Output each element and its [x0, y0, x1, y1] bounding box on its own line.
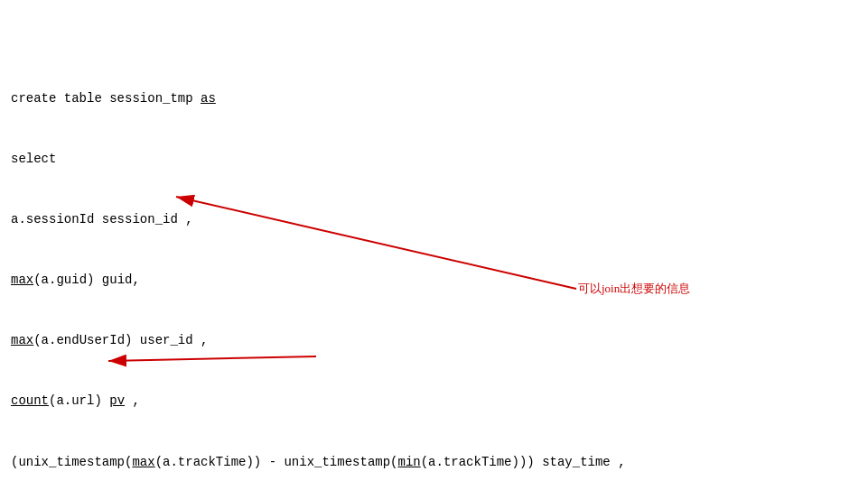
annotation-text: 可以join出想要的信息: [578, 280, 690, 299]
code-line: count(a.url) pv ,: [11, 391, 857, 411]
code-line: a.sessionId session_id ,: [11, 209, 857, 229]
code-line: create table session_tmp as: [11, 88, 857, 108]
annotation-overlay: [0, 0, 868, 490]
code-line: (unix_timestamp(max(a.trackTime)) - unix…: [11, 452, 857, 472]
code-line: max(a.guid) guid,: [11, 270, 857, 290]
code-line: max(a.endUserId) user_id ,: [11, 330, 857, 350]
svg-line-3: [108, 356, 316, 361]
code-container: create table session_tmp as select a.ses…: [0, 0, 868, 490]
code-line: select: [11, 149, 857, 169]
